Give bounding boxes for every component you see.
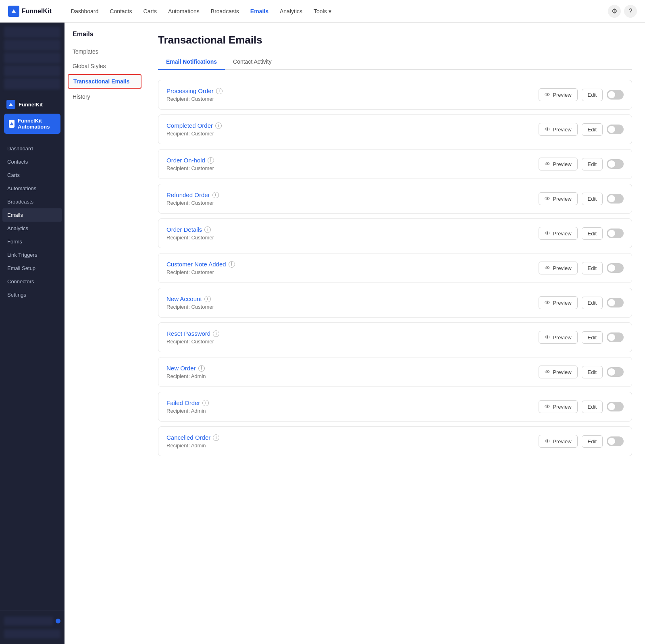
sidebar-item-broadcasts[interactable]: Broadcasts — [2, 195, 62, 208]
nav-carts[interactable]: Carts — [139, 6, 162, 17]
sidebar-item-carts[interactable]: Carts — [2, 168, 62, 182]
sidebar-active-item[interactable]: FunnelKit Automations — [4, 114, 60, 134]
help-icon[interactable]: ? — [624, 5, 637, 18]
sidebar-item-settings[interactable]: Settings — [2, 288, 62, 301]
edit-button-reset-password[interactable]: Edit — [582, 331, 603, 344]
edit-button-new-order[interactable]: Edit — [582, 366, 603, 378]
tab-email-notifications[interactable]: Email Notifications — [158, 54, 225, 70]
eye-icon: 👁 — [545, 334, 550, 341]
info-icon-new-order[interactable]: i — [198, 365, 205, 372]
eye-icon: 👁 — [545, 91, 550, 98]
sidebar-item-automations[interactable]: Automations — [2, 182, 62, 195]
email-name-order-details[interactable]: Order Details i — [166, 226, 214, 233]
sidebar-item-contacts[interactable]: Contacts — [2, 155, 62, 168]
edit-button-refunded-order[interactable]: Edit — [582, 193, 603, 205]
preview-button-refunded-order[interactable]: 👁 Preview — [539, 192, 577, 205]
info-icon-reset-password[interactable]: i — [213, 330, 219, 337]
toggle-failed-order[interactable] — [607, 402, 624, 411]
info-icon-failed-order[interactable]: i — [202, 400, 209, 406]
toggle-processing-order[interactable] — [607, 90, 624, 100]
nav-links: Dashboard Contacts Carts Automations Bro… — [66, 6, 598, 17]
email-item-order-on-hold: Order On-hold i Recipient: Customer 👁 Pr… — [158, 149, 632, 179]
toggle-refunded-order[interactable] — [607, 194, 624, 204]
sidebar-item-email-setup[interactable]: Email Setup — [2, 262, 62, 275]
info-icon-order-details[interactable]: i — [204, 226, 211, 233]
sub-nav-transactional-emails[interactable]: Transactional Emails — [68, 74, 141, 89]
email-item-info: Failed Order i Recipient: Admin — [166, 399, 209, 414]
email-name-reset-password[interactable]: Reset Password i — [166, 330, 219, 337]
toggle-completed-order[interactable] — [607, 125, 624, 134]
toggle-customer-note-added[interactable] — [607, 263, 624, 273]
sidebar-item-forms[interactable]: Forms — [2, 235, 62, 248]
nav-analytics[interactable]: Analytics — [275, 6, 307, 17]
toggle-reset-password[interactable] — [607, 332, 624, 342]
toggle-order-on-hold[interactable] — [607, 159, 624, 169]
info-icon-cancelled-order[interactable]: i — [213, 434, 219, 441]
edit-button-failed-order[interactable]: Edit — [582, 401, 603, 413]
email-name-cancelled-order[interactable]: Cancelled Order i — [166, 434, 219, 441]
toggle-order-details[interactable] — [607, 229, 624, 238]
nav-dashboard[interactable]: Dashboard — [66, 6, 104, 17]
logo[interactable]: FunnelKit — [8, 6, 52, 17]
email-name-processing-order[interactable]: Processing Order i — [166, 87, 223, 94]
logo-text: FunnelKit — [22, 8, 52, 15]
nav-tools[interactable]: Tools ▾ — [309, 6, 336, 17]
email-name-order-on-hold[interactable]: Order On-hold i — [166, 157, 214, 164]
email-name-failed-order[interactable]: Failed Order i — [166, 399, 209, 406]
preview-button-cancelled-order[interactable]: 👁 Preview — [539, 435, 577, 448]
preview-button-completed-order[interactable]: 👁 Preview — [539, 123, 577, 136]
info-icon-processing-order[interactable]: i — [216, 88, 223, 94]
chevron-down-icon: ▾ — [329, 8, 331, 15]
email-name-refunded-order[interactable]: Refunded Order i — [166, 191, 219, 198]
email-name-completed-order[interactable]: Completed Order i — [166, 122, 222, 129]
email-name-customer-note-added[interactable]: Customer Note Added i — [166, 261, 235, 268]
sidebar-item-analytics[interactable]: Analytics — [2, 222, 62, 235]
info-icon-new-account[interactable]: i — [204, 296, 211, 302]
toggle-cancelled-order[interactable] — [607, 436, 624, 446]
blur-row-5 — [4, 78, 60, 89]
toggle-new-account[interactable] — [607, 298, 624, 307]
preview-button-processing-order[interactable]: 👁 Preview — [539, 88, 577, 101]
nav-broadcasts[interactable]: Broadcasts — [206, 6, 244, 17]
settings-icon[interactable]: ⚙ — [608, 5, 621, 18]
preview-button-reset-password[interactable]: 👁 Preview — [539, 331, 577, 344]
edit-button-customer-note-added[interactable]: Edit — [582, 262, 603, 274]
sidebar-item-connectors[interactable]: Connectors — [2, 275, 62, 288]
preview-button-new-order[interactable]: 👁 Preview — [539, 366, 577, 378]
sidebar-item-link-triggers[interactable]: Link Triggers — [2, 248, 62, 262]
sub-nav-history[interactable]: History — [64, 89, 145, 104]
email-name-new-order[interactable]: New Order i — [166, 365, 206, 372]
info-icon-customer-note-added[interactable]: i — [229, 261, 235, 268]
preview-button-failed-order[interactable]: 👁 Preview — [539, 400, 577, 413]
email-item-info: Reset Password i Recipient: Customer — [166, 330, 219, 345]
edit-button-order-details[interactable]: Edit — [582, 227, 603, 240]
sidebar-footer-blur-2 — [4, 629, 60, 638]
edit-button-cancelled-order[interactable]: Edit — [582, 435, 603, 448]
tab-contact-activity[interactable]: Contact Activity — [225, 54, 280, 70]
sidebar-item-dashboard[interactable]: Dashboard — [2, 142, 62, 155]
nav-automations[interactable]: Automations — [163, 6, 204, 17]
preview-button-order-on-hold[interactable]: 👁 Preview — [539, 158, 577, 170]
preview-button-order-details[interactable]: 👁 Preview — [539, 227, 577, 240]
preview-button-new-account[interactable]: 👁 Preview — [539, 296, 577, 309]
info-icon-order-on-hold[interactable]: i — [208, 157, 214, 164]
preview-button-customer-note-added[interactable]: 👁 Preview — [539, 262, 577, 274]
sidebar-brand-icon — [6, 100, 15, 109]
toggle-new-order[interactable] — [607, 367, 624, 377]
sidebar-item-emails[interactable]: Emails — [2, 208, 62, 222]
email-item-info: Processing Order i Recipient: Customer — [166, 87, 223, 102]
edit-button-processing-order[interactable]: Edit — [582, 89, 603, 101]
edit-button-new-account[interactable]: Edit — [582, 297, 603, 309]
eye-icon: 👁 — [545, 230, 550, 237]
sidebar-footer — [0, 611, 64, 644]
email-name-new-account[interactable]: New Account i — [166, 295, 214, 302]
nav-emails[interactable]: Emails — [246, 6, 273, 17]
info-icon-completed-order[interactable]: i — [215, 123, 222, 129]
edit-button-completed-order[interactable]: Edit — [582, 123, 603, 136]
nav-contacts[interactable]: Contacts — [105, 6, 137, 17]
edit-button-order-on-hold[interactable]: Edit — [582, 158, 603, 170]
sub-nav-global-styles[interactable]: Global Styles — [64, 59, 145, 73]
info-icon-refunded-order[interactable]: i — [212, 192, 219, 198]
sub-nav-templates[interactable]: Templates — [64, 44, 145, 59]
email-item-customer-note-added: Customer Note Added i Recipient: Custome… — [158, 253, 632, 283]
